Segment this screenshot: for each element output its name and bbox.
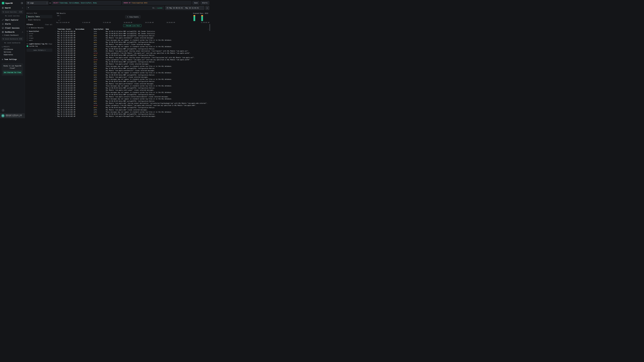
log-row[interactable]: ›May 16 11:38:40.683 AMwarnMay 16 00:30:… xyxy=(54,48,210,50)
log-row[interactable]: ›May 16 11:38:40.683 AMwarnMay 16 00:30:… xyxy=(54,35,210,37)
row-expand-chevron[interactable]: › xyxy=(55,54,58,56)
row-expand-chevron[interactable]: › xyxy=(55,57,58,58)
row-expand-chevron[interactable]: › xyxy=(55,61,58,63)
log-row[interactable]: ›May 16 11:38:40.683 AMwarnMay 16 00:30:… xyxy=(54,93,210,96)
row-expand-chevron[interactable]: › xyxy=(55,35,58,36)
col-header-body[interactable]: Body xyxy=(106,28,208,30)
row-expand-chevron[interactable]: › xyxy=(55,52,58,54)
row-expand-chevron[interactable]: › xyxy=(55,89,58,91)
sql-select-input[interactable]: SELECT Timestamp, ServiceName, SeverityT… xyxy=(52,1,121,5)
saved-searches-input[interactable]: Saved Searches ⌘ K xyxy=(2,10,23,14)
row-expand-chevron[interactable]: › xyxy=(55,81,58,82)
log-row[interactable]: ›May 16 11:38:40.683 AMwarnMay 16 00:30:… xyxy=(54,107,210,109)
log-row[interactable]: ›May 16 11:38:40.683 AMinfoASL Module "c… xyxy=(54,76,210,78)
resume-live-tail-button[interactable]: ⚡ Resume Live Tail xyxy=(123,24,141,27)
row-expand-chevron[interactable]: › xyxy=(55,96,58,97)
histogram-bar[interactable] xyxy=(201,15,203,21)
less-filters-button[interactable]: Less filters xyxy=(26,48,52,52)
log-row[interactable]: ›May 16 11:38:40.683 AMtraceASL Module "… xyxy=(54,115,210,117)
row-expand-chevron[interactable]: › xyxy=(55,78,58,80)
row-expand-chevron[interactable]: › xyxy=(55,87,58,89)
log-row[interactable]: ›May 16 11:38:40.683 AMinfoASL Module "c… xyxy=(54,83,210,85)
sidebar-item-dashboards[interactable]: Dashboards xyxy=(0,30,25,34)
row-expand-chevron[interactable]: › xyxy=(55,116,58,117)
row-expand-chevron[interactable]: › xyxy=(55,70,58,71)
log-row[interactable]: ›May 16 11:38:40.683 AMerrorOutput param… xyxy=(54,59,210,61)
preset-item-clickhouse[interactable]: Clickhouse xyxy=(0,48,25,51)
severity-facet-value-error[interactable]: error xyxy=(27,33,52,34)
histogram-bar[interactable] xyxy=(194,15,195,21)
log-row[interactable]: ›May 16 11:38:40.683 AMwarnMay 16 00:30:… xyxy=(54,74,210,76)
view-events-button[interactable]: View Events xyxy=(125,15,140,18)
checkbox-icon[interactable] xyxy=(27,40,28,41)
severity-facet-value-trace[interactable]: trace xyxy=(27,37,52,39)
log-row[interactable]: ›May 16 11:38:40.683 AMinfoASL Module "c… xyxy=(54,70,210,72)
query-settings-gear-icon[interactable]: ⚙ xyxy=(50,2,50,4)
log-row[interactable]: ›May 16 11:38:40.683 AMinfoThose message… xyxy=(54,72,210,74)
denoise-results-checkbox[interactable]: ◐ Denoise Results xyxy=(26,27,52,28)
logfile-facet-clear-link[interactable]: Clear xyxy=(48,43,52,45)
row-expand-chevron[interactable]: › xyxy=(55,76,58,78)
log-row[interactable]: ›May 16 11:38:40.683 AMinfoASL Module "c… xyxy=(54,43,210,45)
row-expand-chevron[interactable]: › xyxy=(55,94,58,95)
log-row[interactable]: ›May 16 11:38:40.683 AMinfoThose message… xyxy=(54,98,210,100)
log-row[interactable]: ›May 16 11:38:40.683 AMwarnMay 16 00:30:… xyxy=(54,80,210,83)
create-dashboard-link[interactable]: + Create Dashboard xyxy=(0,34,25,37)
checkbox-icon[interactable] xyxy=(27,35,28,37)
log-row[interactable]: ›May 16 11:38:40.683 AMinfoThose message… xyxy=(54,78,210,80)
row-expand-chevron[interactable]: › xyxy=(55,33,58,34)
log-row[interactable]: ›May 16 11:38:40.683 AMwarnMay 16 00:30:… xyxy=(54,113,210,115)
checkbox-icon[interactable] xyxy=(27,33,28,34)
row-expand-chevron[interactable]: › xyxy=(55,109,58,111)
col-header-severitytext[interactable]: SeverityText⋮ xyxy=(94,28,106,30)
log-row[interactable]: ›May 16 11:38:40.683 AMwarnMay 16 00:30:… xyxy=(54,41,210,43)
lang-sql-label[interactable]: SQL xyxy=(152,7,155,9)
row-expand-chevron[interactable]: › xyxy=(55,31,58,32)
row-expand-chevron[interactable]: › xyxy=(55,111,58,113)
sidebar-item-team-settings[interactable]: ⚙ Team Settings xyxy=(0,57,25,61)
row-expand-chevron[interactable]: › xyxy=(55,107,58,108)
alerts-button[interactable]: Alerts xyxy=(200,1,209,5)
sidebar-item-search[interactable]: Search xyxy=(0,6,25,10)
sidebar-item-alerts[interactable]: Alerts xyxy=(0,22,25,26)
date-range-picker[interactable]: May 16 08:41:51 - May 16 11:41:51 xyxy=(165,6,204,10)
mode-event-patterns[interactable]: Event Patterns xyxy=(26,18,52,21)
log-row[interactable]: ›May 16 11:38:40.683 AMinfoASL Module "c… xyxy=(54,89,210,91)
mode-results-table[interactable]: Results Table xyxy=(26,15,52,18)
row-expand-chevron[interactable]: › xyxy=(55,41,58,43)
log-row[interactable]: ›May 16 11:38:40.683 AMinfoThose message… xyxy=(54,45,210,48)
row-expand-chevron[interactable]: › xyxy=(55,74,58,76)
log-row[interactable]: ›May 16 11:38:40.683 AMinfoASL Module "c… xyxy=(54,109,210,111)
row-expand-chevron[interactable]: › xyxy=(55,59,58,60)
col-header-timestamp[interactable]: Timestamp (Local)⋮ xyxy=(58,28,76,30)
logfile-facet-value-system.log[interactable]: system.log xyxy=(27,45,52,47)
log-row[interactable]: ›May 16 11:38:40.683 AMwarnMay 16 00:30:… xyxy=(54,87,210,89)
row-expand-chevron[interactable]: › xyxy=(55,48,58,50)
log-row[interactable]: ›May 16 11:38:40.683 AMerrorOutput param… xyxy=(54,104,210,107)
get-started-button[interactable]: Get Started for Free xyxy=(3,71,22,74)
row-expand-chevron[interactable]: › xyxy=(55,68,58,69)
lang-lucene-label[interactable]: Lucene xyxy=(157,7,162,9)
source-select[interactable]: Logs xyxy=(26,1,48,5)
run-query-button[interactable]: ▷ xyxy=(206,6,209,10)
col-header-servicename[interactable]: ServiceName⋮ xyxy=(76,28,94,30)
row-expand-chevron[interactable]: › xyxy=(55,83,58,84)
table-menu-icon[interactable]: ⋮ xyxy=(208,28,209,30)
severity-facet-value-info[interactable]: info xyxy=(27,35,52,37)
order-by-input[interactable]: ORDER BY TimestampTime DESC xyxy=(122,1,191,5)
log-row[interactable]: ›May 16 11:38:40.683 AMinfoMay 16 00:21:… xyxy=(54,30,210,32)
log-row[interactable]: ›May 16 11:38:40.683 AMinfoMay 16 00:06:… xyxy=(54,32,210,34)
help-button[interactable]: ? xyxy=(2,109,4,112)
clear-all-filters-link[interactable]: Clear all xyxy=(45,24,52,25)
search-icon[interactable] xyxy=(26,43,28,45)
log-row[interactable]: ›May 16 11:38:40.683 AMwarnMay 16 00:30:… xyxy=(54,100,210,102)
row-expand-chevron[interactable]: › xyxy=(55,100,58,102)
search-query-input[interactable]: * SQL | Lucene xyxy=(26,6,164,10)
row-expand-chevron[interactable]: › xyxy=(55,63,58,65)
sidebar-item-client-sessions[interactable]: Client Sessions xyxy=(0,26,25,30)
log-row[interactable]: ›May 16 11:38:40.683 AMinfoASL Module "c… xyxy=(54,56,210,59)
row-expand-chevron[interactable]: › xyxy=(55,65,58,67)
save-button[interactable]: Save xyxy=(192,1,200,5)
row-expand-chevron[interactable]: › xyxy=(55,105,58,106)
row-expand-chevron[interactable]: › xyxy=(55,50,58,52)
